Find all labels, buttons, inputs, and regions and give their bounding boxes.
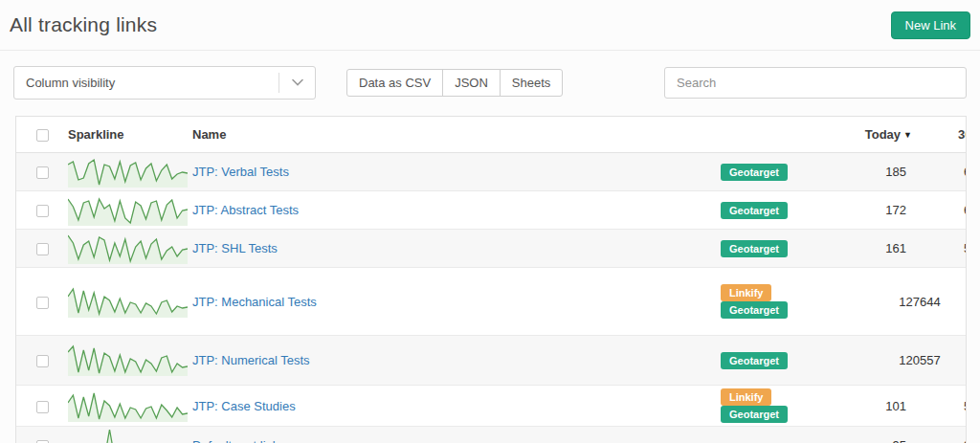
days30-count: 608 [920, 191, 967, 230]
tracking-link-name[interactable]: JTP: Abstract Tests [192, 203, 299, 217]
table-row: JTP: Numerical TestsGeotarget120557 [16, 336, 967, 386]
linkify-badge: Linkify [721, 388, 771, 406]
sparkline-chart [68, 194, 188, 226]
tracking-link-name[interactable]: JTP: SHL Tests [192, 241, 278, 255]
tracking-links-table: Sparkline Name Today▼ 30 days JTP: Verba… [16, 117, 967, 443]
days30-count: 644 [920, 268, 967, 336]
days30-count: 612 [920, 153, 967, 191]
export-sheets-button[interactable]: Sheets [500, 69, 563, 97]
today-count: 185 [841, 153, 920, 191]
tracking-link-name[interactable]: JTP: Numerical Tests [192, 353, 310, 367]
geotarget-badge: Geotarget [721, 202, 788, 219]
days30-count: 529 [920, 386, 967, 427]
chevron-down-icon [278, 73, 315, 93]
column-visibility-dropdown[interactable]: Column visibility [13, 66, 316, 100]
export-json-button[interactable]: JSON [442, 69, 501, 97]
today-count: 101 [841, 386, 920, 427]
table-row: JTP: Verbal TestsGeotarget185612 [16, 153, 967, 191]
sparkline-chart [68, 344, 188, 376]
tracking-links-table-container: Sparkline Name Today▼ 30 days JTP: Verba… [15, 116, 967, 443]
new-link-button[interactable]: New Link [891, 11, 970, 39]
row-checkbox[interactable] [36, 166, 49, 179]
tracking-link-name[interactable]: Default root link [192, 438, 278, 443]
table-row: Default root link95903 [16, 427, 967, 443]
table-row: JTP: Case StudiesLinkifyGeotarget101529 [16, 386, 967, 427]
row-checkbox[interactable] [36, 297, 49, 309]
column-header-30-days[interactable]: 30 days [920, 117, 967, 153]
sparkline-chart [68, 156, 188, 188]
search-input[interactable] [664, 67, 967, 99]
column-header-sparkline[interactable]: Sparkline [68, 117, 192, 153]
geotarget-badge: Geotarget [721, 301, 788, 319]
toolbar: Column visibility Data as CSV JSON Sheet… [0, 51, 980, 100]
table-header-row: Sparkline Name Today▼ 30 days [16, 117, 967, 153]
column-header-today[interactable]: Today▼ [841, 117, 920, 153]
table-row: JTP: Mechanical TestsLinkifyGeotarget127… [16, 268, 967, 336]
sparkline-chart [68, 286, 188, 318]
tracking-link-name[interactable]: JTP: Mechanical Tests [192, 295, 317, 309]
table-row: JTP: SHL TestsGeotarget161591 [16, 230, 967, 268]
column-visibility-label: Column visibility [14, 76, 278, 90]
select-all-checkbox[interactable] [36, 129, 49, 142]
tracking-link-name[interactable]: JTP: Verbal Tests [192, 165, 289, 179]
export-button-group: Data as CSV JSON Sheets [346, 69, 563, 97]
geotarget-badge: Geotarget [721, 240, 788, 257]
days30-count: 903 [920, 427, 967, 443]
linkify-badge: Linkify [721, 284, 771, 301]
days30-count: 591 [920, 230, 967, 268]
row-checkbox[interactable] [36, 205, 49, 217]
today-count: 95 [841, 427, 920, 443]
sparkline-chart [68, 233, 188, 264]
row-checkbox[interactable] [36, 243, 49, 255]
table-row: JTP: Abstract TestsGeotarget172608 [16, 191, 967, 230]
geotarget-badge: Geotarget [721, 352, 788, 369]
geotarget-badge: Geotarget [721, 406, 788, 423]
row-checkbox[interactable] [36, 355, 49, 367]
page-title: All tracking links [10, 13, 157, 36]
column-header-name[interactable]: Name [192, 117, 721, 153]
tracking-link-name[interactable]: JTP: Case Studies [192, 399, 296, 413]
sort-desc-icon: ▼ [903, 130, 912, 140]
sparkline-chart [68, 390, 188, 422]
row-checkbox[interactable] [36, 401, 49, 413]
export-csv-button[interactable]: Data as CSV [346, 69, 443, 97]
days30-count: 557 [920, 336, 967, 386]
sparkline-chart [68, 430, 188, 443]
today-header-label: Today [865, 127, 901, 142]
today-count: 127 [841, 268, 920, 336]
geotarget-badge: Geotarget [721, 164, 788, 181]
today-count: 161 [841, 230, 920, 268]
today-count: 172 [841, 191, 920, 230]
today-count: 120 [841, 336, 920, 386]
column-header-badges [721, 117, 841, 153]
page-header: All tracking links New Link [0, 0, 980, 51]
